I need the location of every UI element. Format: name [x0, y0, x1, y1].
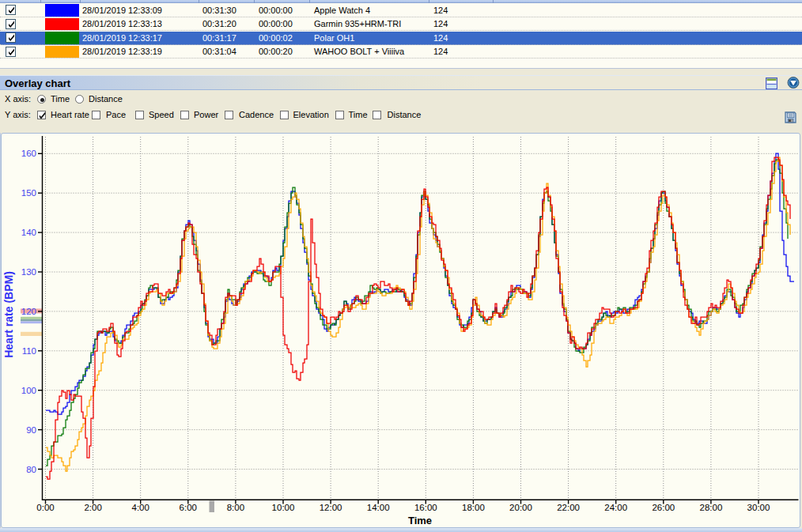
svg-text:30:00: 30:00	[747, 503, 770, 512]
svg-text:140: 140	[21, 228, 36, 237]
svg-text:120: 120	[21, 307, 36, 316]
svg-text:24:00: 24:00	[604, 503, 627, 512]
svg-text:100: 100	[21, 386, 36, 395]
svg-text:80: 80	[26, 465, 36, 474]
svg-text:12:00: 12:00	[320, 503, 342, 512]
svg-text:Heart rate (BPM): Heart rate (BPM)	[2, 271, 15, 358]
svg-text:90: 90	[26, 425, 36, 435]
svg-text:0:00: 0:00	[36, 503, 54, 512]
svg-text:16:00: 16:00	[414, 503, 437, 512]
svg-text:110: 110	[22, 346, 36, 356]
svg-text:14:00: 14:00	[367, 503, 390, 512]
svg-text:20:00: 20:00	[509, 503, 532, 512]
svg-text:8:00: 8:00	[227, 503, 244, 512]
svg-text:22:00: 22:00	[557, 503, 580, 512]
svg-text:26:00: 26:00	[652, 503, 675, 512]
svg-text:150: 150	[21, 188, 36, 198]
svg-text:160: 160	[21, 149, 36, 158]
svg-text:28:00: 28:00	[700, 503, 723, 512]
svg-text:10:00: 10:00	[272, 503, 295, 512]
svg-text:130: 130	[21, 267, 36, 277]
svg-text:Time: Time	[408, 515, 432, 526]
svg-text:2:00: 2:00	[84, 503, 101, 512]
svg-text:18:00: 18:00	[462, 503, 485, 512]
svg-text:4:00: 4:00	[132, 503, 149, 512]
svg-text:6:00: 6:00	[180, 503, 197, 512]
